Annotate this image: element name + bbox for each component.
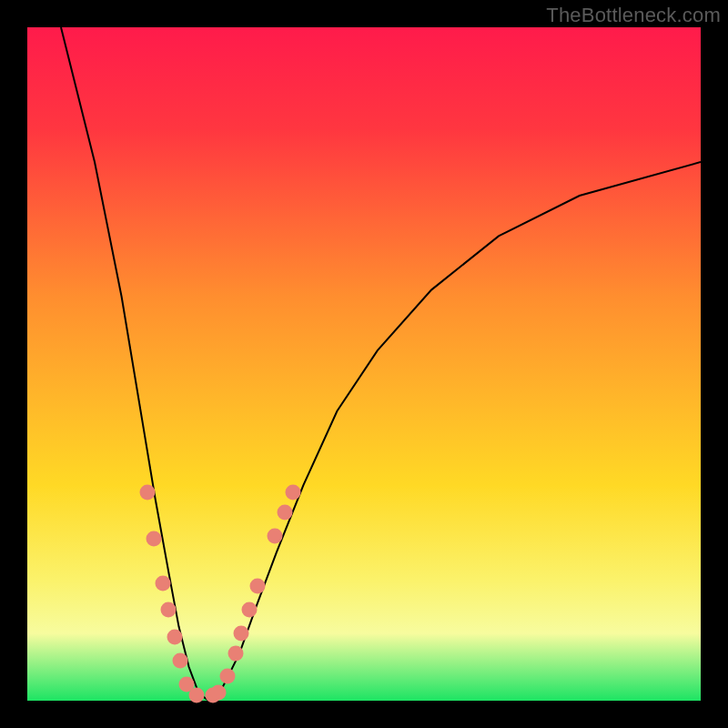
chart-plot-area: [27, 27, 701, 701]
watermark-label: TheBottleneck.com: [546, 4, 721, 27]
